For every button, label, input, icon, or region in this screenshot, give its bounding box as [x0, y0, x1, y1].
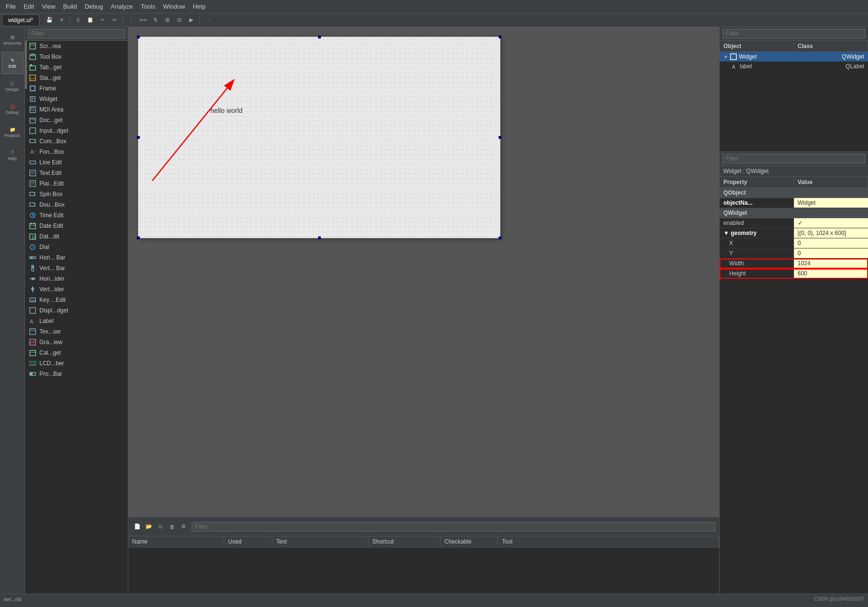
tool-item-keysequenceedit[interactable]: Ab Key ...Edit — [25, 295, 128, 305]
prop-value-geometry[interactable]: [(0, 0), 1024 x 600] — [794, 228, 868, 238]
canvas-tool-delete[interactable]: 🗑 — [167, 521, 177, 532]
tool-item-vslider[interactable]: Vert...ider — [25, 284, 128, 295]
tool-item-textedit[interactable]: Text Edit — [25, 168, 128, 178]
handle-bc[interactable] — [318, 236, 321, 239]
mode-design[interactable]: ⬡ Design — [1, 75, 24, 97]
menu-tools[interactable]: Tools — [137, 2, 159, 11]
prop-filter-input[interactable] — [722, 154, 865, 163]
toolbar-paste[interactable]: 📋 — [85, 15, 96, 25]
tool-item-dial[interactable]: Dial — [25, 242, 128, 252]
toolbar-copy[interactable]: ⎘ — [73, 15, 84, 25]
handle-tc[interactable] — [318, 36, 321, 38]
prop-row-y[interactable]: Y 0 — [720, 248, 868, 259]
obj-tree-label[interactable]: A label QLabel — [720, 62, 868, 71]
toolbar-save[interactable]: 💾 — [44, 15, 55, 25]
prop-value-y[interactable]: 0 — [794, 248, 868, 258]
tool-item-widget[interactable]: Widget — [25, 94, 128, 104]
canvas-tool-copy[interactable]: ⎘ — [155, 521, 166, 532]
mode-help[interactable]: ? Help — [1, 144, 24, 166]
toolbar-cut[interactable]: ✂ — [97, 15, 108, 25]
tool-item-frame[interactable]: Frame — [25, 83, 128, 94]
canvas-scroll[interactable]: hello world — [128, 27, 719, 517]
obj-filter-input[interactable] — [722, 29, 865, 38]
menu-edit[interactable]: Edit — [20, 2, 38, 11]
tool-item-label[interactable]: A Label — [25, 316, 128, 326]
textbrowser-icon — [29, 328, 37, 335]
svg-rect-6 — [30, 75, 36, 81]
toolbar-grid[interactable]: ⊞ — [162, 15, 172, 25]
tool-item-dockwidget[interactable]: Doc...get — [25, 115, 128, 125]
bottom-filter-input[interactable] — [192, 522, 715, 532]
tool-item-combobox[interactable]: Com...Box — [25, 136, 128, 147]
tool-item-mdiarea[interactable]: MDI Area — [25, 104, 128, 115]
tool-item-toolbox[interactable]: Tool Box — [25, 51, 128, 62]
mode-edit[interactable]: ✎ Edit — [1, 52, 24, 74]
tool-item-tabwidget[interactable]: Tab...get — [25, 62, 128, 73]
handle-bl[interactable] — [137, 236, 140, 239]
tool-item-doublespinbox[interactable]: Dou...Box — [25, 199, 128, 210]
handle-ml[interactable] — [137, 136, 140, 139]
prop-row-objectname[interactable]: objectNa... Widget — [720, 198, 868, 208]
tool-item-statusbar[interactable]: Sta...get — [25, 73, 128, 83]
canvas-tool-new[interactable]: 📄 — [132, 521, 143, 532]
menu-file[interactable]: File — [2, 2, 20, 11]
progressbar-icon — [29, 370, 37, 378]
toolbar-break[interactable]: ⊟ — [174, 15, 184, 25]
tool-item-inputwidget[interactable]: Input...dget — [25, 125, 128, 136]
prop-row-width[interactable]: Width 1024 — [720, 259, 868, 269]
mode-welcome[interactable]: ⊞ Welcome — [1, 29, 24, 51]
menu-analyze[interactable]: Analyze — [107, 2, 137, 11]
tool-item-displaywidget[interactable]: Displ...dget — [25, 305, 128, 316]
tool-item-spinbox[interactable]: Spin Box — [25, 189, 128, 199]
obj-tree-widget[interactable]: ▼ Widget QWidget — [720, 52, 868, 62]
prop-value-width[interactable]: 1024 — [794, 259, 868, 268]
prop-row-height[interactable]: Height 600 — [720, 269, 868, 279]
prop-row-enabled[interactable]: enabled ✓ — [720, 218, 868, 228]
prop-value-objectname[interactable]: Widget — [794, 198, 868, 208]
toolbar-preview[interactable]: ▶ — [186, 15, 196, 25]
toolbar-undo[interactable]: ↩ — [109, 15, 120, 25]
canvas-surface[interactable]: hello world — [138, 37, 501, 238]
prop-value-x[interactable]: 0 — [794, 238, 868, 248]
handle-br[interactable] — [499, 236, 501, 239]
toolbar-align-h[interactable]: ⟺ — [138, 15, 148, 25]
toolbar-more[interactable]: ⋯ — [203, 15, 213, 25]
menu-view[interactable]: View — [38, 2, 59, 11]
tool-item-hslider[interactable]: Hori...ider — [25, 273, 128, 284]
tab-widget-ui[interactable]: widget.ui* — [2, 14, 39, 25]
toolbar-align-left[interactable]: ⋮ — [126, 15, 136, 25]
handle-mr[interactable] — [499, 136, 501, 139]
tool-item-graphicsview[interactable]: Gra...iew — [25, 337, 128, 347]
tool-item-scrarea[interactable]: Scr...rea — [25, 41, 128, 51]
menu-build[interactable]: Build — [59, 2, 81, 11]
tool-item-dateedit[interactable]: Date Edit — [25, 221, 128, 231]
tool-item-datetimeedit[interactable]: Dat...dit — [25, 231, 128, 242]
toolbar-align-v[interactable]: ⇅ — [150, 15, 160, 25]
prop-row-geometry[interactable]: ▼ geometry [(0, 0), 1024 x 600] — [720, 228, 868, 238]
tool-item-calendarwidget[interactable]: Cal...get — [25, 347, 128, 358]
handle-tr[interactable] — [499, 36, 501, 38]
tool-item-hscrollbar[interactable]: Hori... Bar — [25, 252, 128, 263]
mode-debug[interactable]: 🐞 Debug — [1, 98, 24, 120]
tool-item-timeedit[interactable]: Time Edit — [25, 210, 128, 221]
canvas-hello-label[interactable]: hello world — [210, 107, 243, 114]
tool-item-fontcombobox[interactable]: A Fon...Box — [25, 147, 128, 157]
canvas-tool-open[interactable]: 📂 — [144, 521, 154, 532]
tool-item-plaintextedit[interactable]: Plai...Edit — [25, 178, 128, 189]
menu-help[interactable]: Help — [189, 2, 209, 11]
prop-value-height[interactable]: 600 — [794, 269, 868, 278]
canvas-tool-settings[interactable]: ⚙ — [178, 521, 189, 532]
tool-item-vscrollbar[interactable]: Vert... Bar — [25, 263, 128, 273]
prop-value-enabled[interactable]: ✓ — [794, 218, 868, 228]
toolbar-close[interactable]: ✕ — [56, 15, 67, 25]
menu-debug[interactable]: Debug — [81, 2, 107, 11]
mode-projects[interactable]: 📁 Projects — [1, 121, 24, 143]
toolbox-filter-input[interactable] — [28, 29, 125, 38]
tool-item-textbrowser[interactable]: Tex...ser — [25, 326, 128, 337]
tool-item-lineedit[interactable]: Line Edit — [25, 157, 128, 168]
menu-window[interactable]: Window — [159, 2, 189, 11]
handle-tl[interactable] — [137, 36, 140, 38]
tool-item-lcdnumber[interactable]: 12 LCD...ber — [25, 358, 128, 369]
prop-row-x[interactable]: X 0 — [720, 238, 868, 248]
tool-item-progressbar[interactable]: Pro...Bar — [25, 369, 128, 379]
